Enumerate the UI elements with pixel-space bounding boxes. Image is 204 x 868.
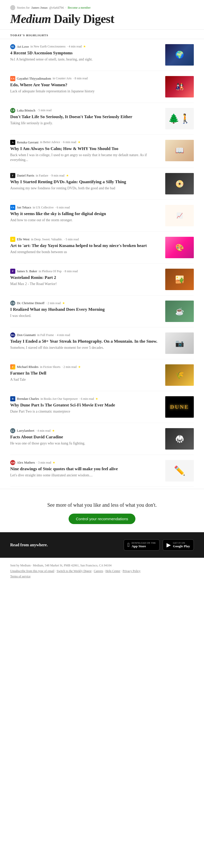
- author-avatar: CD: [10, 301, 15, 306]
- author-name: Elle West: [17, 237, 30, 241]
- article-thumbnail: 🎎: [165, 76, 194, 97]
- article-title[interactable]: Today I Ended a 50+ Year Streak In Photo…: [10, 339, 161, 344]
- help-center-link[interactable]: Help Center: [105, 569, 120, 573]
- author-name: Michael Rhodes: [17, 365, 38, 369]
- article-title[interactable]: 4 Recent 5D Ascension Symptoms: [10, 50, 161, 56]
- read-time: · 6 min read: [62, 140, 76, 144]
- masthead: Medium Daily Digest: [10, 12, 194, 26]
- google-play-sub: Get it on: [173, 542, 190, 544]
- author-name: Luka Bönisch: [17, 108, 35, 113]
- star-icon: ★: [62, 301, 65, 305]
- user-handle: @c6a6d7b6: [49, 6, 64, 10]
- pub-name: in Plethora Of Pop: [39, 270, 62, 273]
- author-line: AL Ari Love in New Earth Consciousness ·…: [10, 44, 161, 49]
- author-name: Dr. Christine Dimoff: [17, 301, 44, 305]
- star-icon: ★: [83, 45, 86, 49]
- cta-button[interactable]: Control your recommendations: [69, 514, 135, 524]
- terms-link[interactable]: Terms of service: [10, 575, 31, 578]
- article-item: LL Larrylambert · 4 min read ★ Facts Abo…: [10, 423, 194, 455]
- author-name: Larrylambert: [17, 429, 34, 433]
- article-content: AL Ari Love in New Earth Consciousness ·…: [10, 44, 161, 62]
- publication-icon: A: [10, 140, 15, 145]
- article-subtitle: He was one of those guys who was kung fu…: [10, 441, 161, 446]
- article-item: F Michael Rhodes in Fiction Shorts · 2 m…: [10, 359, 194, 391]
- article-title[interactable]: Facts About David Caradine: [10, 434, 161, 440]
- medium-wordmark: Medium: [10, 12, 51, 26]
- article-title[interactable]: Don't Take Life So Seriously, It Doesn't…: [10, 114, 161, 120]
- article-image: DUNE: [165, 396, 194, 418]
- careers-link[interactable]: Careers: [94, 569, 103, 573]
- read-time: · 2 min read: [46, 301, 61, 305]
- app-store-button[interactable]:  Download on the App Store: [124, 539, 160, 551]
- author-avatar: DG: [10, 333, 15, 338]
- article-title[interactable]: Wasteland Ronin: Part 2: [10, 275, 161, 280]
- article-content: CD Dr. Christine Dimoff · 2 min read ★ I…: [10, 301, 161, 318]
- star-icon: ★: [66, 174, 69, 178]
- read-time: · 4 min read: [55, 333, 70, 337]
- author-name: Renuka Gavrani: [17, 140, 38, 145]
- author-name: Ari Love: [17, 45, 29, 49]
- article-content: UX Jan Tekacs in UX Collective · 6 min r…: [10, 205, 161, 223]
- article-item: P James S. Baker in Plethora Of Pop · 8 …: [10, 264, 194, 296]
- footer-download: Read from anywhere.  Download on the Ap…: [0, 532, 204, 558]
- pub-name: in Better Advice: [40, 140, 60, 144]
- author-line: P James S. Baker in Plethora Of Pop · 8 …: [10, 269, 161, 274]
- article-item: A Renuka Gavrani in Better Advice · 6 mi…: [10, 135, 194, 168]
- article-title[interactable]: Why Dune Part Is The Greatest Sci-Fi Mov…: [10, 402, 161, 408]
- article-thumbnail: 📷: [165, 333, 194, 354]
- read-time: · 8 min read: [63, 270, 77, 273]
- cta-text: See more of what you like and less of wh…: [10, 501, 194, 508]
- author-line: LL Larrylambert · 4 min read ★: [10, 428, 161, 433]
- user-avatar: [10, 5, 15, 10]
- header: Stories for James Jonas @c6a6d7b6 · Beco…: [0, 0, 204, 30]
- article-image: 📷: [165, 333, 194, 354]
- article-title[interactable]: Art to 'art: The day Yayoi Kusama helped…: [10, 243, 161, 249]
- star-icon: ★: [53, 461, 55, 465]
- article-title[interactable]: Why I Started Renting DVDs Again: Quanti…: [10, 179, 161, 185]
- read-time: · 4 min read: [67, 45, 81, 49]
- article-image: 📀: [165, 173, 194, 194]
- google-play-button[interactable]: ▶ Get it on Google Play: [163, 539, 194, 551]
- become-member-link[interactable]: Become a member: [68, 6, 91, 10]
- privacy-policy-link[interactable]: Privacy Policy: [123, 569, 140, 573]
- read-anywhere-text: Read from anywhere.: [10, 543, 48, 547]
- app-store-sub: Download on the: [132, 542, 156, 544]
- author-name: Gayathri Thiyyadimadom: [17, 76, 51, 81]
- article-image: 📖: [165, 140, 194, 161]
- article-item: CD Dr. Christine Dimoff · 2 min read ★ I…: [10, 296, 194, 327]
- pub-name: in Full Frame: [37, 333, 54, 337]
- thumb-illustration: ✏️: [165, 460, 194, 482]
- article-item: AM Alex Mathers · 3 min read ★ Nine draw…: [10, 455, 194, 487]
- unsubscribe-link[interactable]: Unsubscribe from this type of email: [10, 569, 54, 573]
- username: James Jonas: [31, 6, 47, 10]
- article-title[interactable]: Edo, Where Are Your Women?: [10, 82, 161, 88]
- article-title[interactable]: Why it seems like the sky is falling for…: [10, 211, 161, 217]
- apple-icon: : [128, 542, 130, 548]
- cta-section: See more of what you like and less of wh…: [0, 489, 204, 532]
- article-subtitle: Taking life seriously is goofy.: [10, 121, 161, 126]
- article-subtitle: And strengthened the bonds between us: [10, 250, 161, 255]
- author-line: F Daniel Parris in Fanfare · 9 min read …: [10, 173, 161, 178]
- author-line: CA Gayathri Thiyyadimadom in Counter Art…: [10, 76, 161, 81]
- weekly-digest-link[interactable]: Switch to the Weekly Digest: [57, 569, 92, 573]
- dune-text: DUNE: [170, 404, 189, 410]
- read-time: · 3 min read: [36, 461, 51, 465]
- author-line: F Michael Rhodes in Fiction Shorts · 2 m…: [10, 364, 161, 369]
- publication-icon: F: [10, 173, 15, 178]
- article-content: AM Alex Mathers · 3 min read ★ Nine draw…: [10, 460, 161, 478]
- publication-icon: D: [10, 237, 15, 242]
- article-title[interactable]: Farmer In The Dell: [10, 370, 161, 376]
- article-item: CA Gayathri Thiyyadimadom in Counter Art…: [10, 71, 194, 103]
- article-image: 🎨: [165, 237, 194, 258]
- article-title[interactable]: I Realized What my Husband Does Every Mo…: [10, 307, 161, 312]
- article-item: F Daniel Parris in Fanfare · 9 min read …: [10, 168, 194, 200]
- publication-icon: B: [10, 396, 15, 401]
- pub-name: in Books Are Our Superpower: [40, 397, 78, 401]
- article-image: 🎎: [165, 76, 194, 97]
- article-title[interactable]: Nine drawings of Stoic quotes that will …: [10, 466, 161, 472]
- article-subtitle: №1 A heightened sense of smell, taste, h…: [10, 57, 161, 62]
- read-time: · 8 min read: [73, 76, 88, 81]
- star-icon: ★: [78, 365, 81, 369]
- article-title[interactable]: Why I Am Always So Calm; How & WHY You S…: [10, 146, 161, 152]
- author-name: Jan Tekacs: [17, 206, 31, 210]
